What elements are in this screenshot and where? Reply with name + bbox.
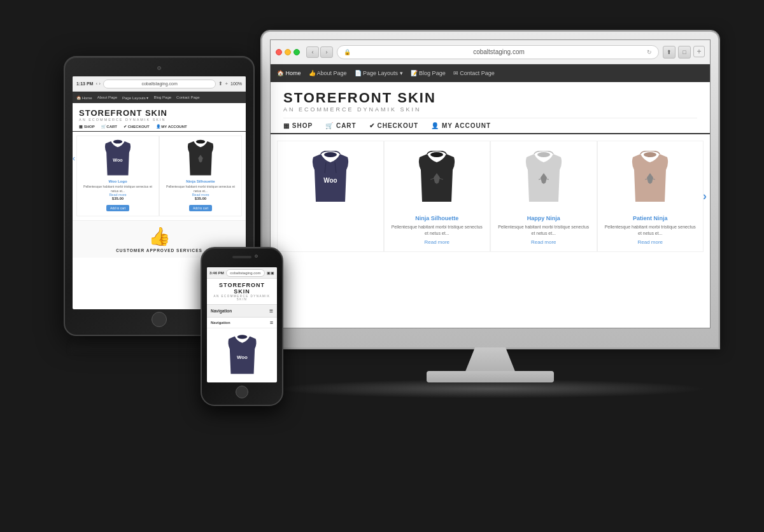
monitor: ‹ › 🔒 cobaltstaging.com ↻ ⬆ □ + — [261, 31, 719, 400]
tablet-top-nav-blog[interactable]: Blog Page — [153, 95, 171, 99]
phone-nav-bar-2: Navigation ≡ — [207, 318, 277, 328]
scene: ‹ › 🔒 cobaltstaging.com ↻ ⬆ □ + — [32, 18, 732, 514]
site-header: STOREFRONT SKIN AN ECOMMERCE DYNAMIK SKI… — [271, 82, 710, 134]
tablet-product-price-2: $35.00 — [162, 197, 239, 200]
product-read-more-3[interactable]: Read more — [496, 239, 591, 245]
phone-nav-bar-1: Navigation ≡ — [207, 305, 277, 318]
tablet-add-cart-1[interactable]: Add to cart — [106, 205, 129, 211]
tablet-product-image-1: Woo — [80, 140, 156, 178]
tablet-site-header: STOREFRONT SKIN AN ECOMMERCE DYNAMIK SKI… — [73, 103, 246, 132]
tablet-product-card-2: Ninja Silhouette Pellentesque habitant m… — [159, 136, 242, 216]
tablet-top-nav-contact[interactable]: Contact Page — [176, 95, 199, 99]
product-name-3: Happy Ninja — [496, 215, 591, 221]
tablet-top-nav-layouts[interactable]: Page Layouts ▾ — [122, 95, 148, 100]
phone-camera — [255, 255, 258, 258]
svg-point-9 — [196, 139, 205, 143]
top-nav-home[interactable]: 🏠 Home — [277, 70, 301, 76]
phone-time: 3:46 PM — [209, 271, 224, 275]
tablet-product-card-1: Woo Woo Logo Pellentesque habitant morbi… — [76, 136, 159, 216]
site-subtitle: AN ECOMMERCE DYNAMIK SKIN — [283, 106, 697, 113]
top-nav-about[interactable]: 👍 About Page — [309, 70, 347, 76]
close-button[interactable] — [276, 49, 282, 55]
products-grid: Woo — [271, 134, 710, 258]
svg-text:Woo: Woo — [113, 158, 123, 163]
product-card-2: Ninja Silhouette Pellentesque habitant m… — [384, 141, 491, 252]
thumbs-up-icon: 👍 — [78, 226, 241, 247]
tablet-home-button[interactable] — [152, 312, 167, 327]
tablet-site-top-nav: 🏠 Home About Page Page Layouts ▾ Blog Pa… — [73, 92, 246, 103]
tablet-top-nav-about[interactable]: About Page — [97, 95, 117, 99]
top-nav-contact[interactable]: ✉ Contact Page — [453, 70, 495, 76]
svg-point-4 — [430, 152, 443, 157]
phone-site-title: STOREFRONT SKIN — [211, 282, 273, 295]
url-bar[interactable]: 🔒 cobaltstaging.com ↻ — [337, 45, 659, 59]
tablet-nav-checkout[interactable]: ✔ CHECKOUT — [124, 124, 150, 129]
phone-status: ▣▣ — [267, 270, 274, 275]
tablet-nav-shop[interactable]: ▦ SHOP — [79, 124, 95, 129]
tablet-product-desc-1: Pellentesque habitant morbi tristique se… — [80, 185, 156, 193]
tablet-browser-chrome: 1:13 PM ‹ › cobaltstaging.com ⬆ + 100% — [73, 76, 246, 92]
nav-checkout[interactable]: ✔ CHECKOUT — [369, 122, 418, 129]
tablet-product-desc-2: Pellentesque habitant morbi tristique se… — [162, 185, 239, 193]
phone-nav-icon-2[interactable]: ≡ — [270, 319, 273, 326]
tablet-nav-cart[interactable]: 🛒 CART — [101, 124, 117, 129]
svg-point-6 — [644, 152, 656, 157]
maximize-button[interactable] — [294, 49, 300, 55]
forward-button[interactable]: › — [320, 46, 333, 58]
bookmark-button[interactable]: □ — [678, 46, 691, 59]
product-read-more-2[interactable]: Read more — [390, 239, 485, 245]
phone-site-logo: STOREFRONT SKIN AN ECOMMERCE DYNAMIK SKI… — [211, 282, 273, 301]
new-tab-button[interactable]: + — [693, 46, 705, 57]
tablet-nav-buttons: ‹ › — [96, 81, 100, 87]
tablet-share[interactable]: ⬆ — [218, 81, 223, 87]
product-name-4: Patient Ninja — [603, 215, 698, 221]
tablet-url-bar[interactable]: cobaltstaging.com — [103, 80, 216, 88]
monitor-screen: ‹ › 🔒 cobaltstaging.com ↻ ⬆ □ + — [270, 39, 711, 328]
site-main-nav: ▦ SHOP 🛒 CART ✔ CHECKOUT 👤 MY ACCOUNT — [283, 118, 697, 133]
top-nav-blog[interactable]: 📝 Blog Page — [411, 70, 446, 76]
site-top-nav: 🏠 Home 👍 About Page 📄 Page Layouts ▾ 📝 B… — [271, 64, 710, 82]
browser-actions: ⬆ □ + — [663, 46, 705, 59]
phone-product-area: Woo — [207, 328, 277, 382]
back-button[interactable]: ‹ — [306, 46, 319, 58]
phone-site-subtitle: AN ECOMMERCE DYNAMIK SKIN — [211, 295, 273, 301]
tablet-nav-account[interactable]: 👤 MY ACCOUNT — [156, 124, 187, 129]
tablet-site-title: STOREFRONT SKIN — [79, 108, 239, 118]
tablet-top-nav-home[interactable]: 🏠 Home — [76, 95, 92, 100]
svg-text:Woo: Woo — [323, 177, 337, 184]
tablet-products-grid: Woo Woo Logo Pellentesque habitant morbi… — [73, 132, 246, 220]
site-title: STOREFRONT SKIN — [283, 90, 697, 106]
tablet-product-image-2 — [162, 140, 239, 178]
phone-home-button[interactable] — [236, 386, 248, 398]
tablet-forward[interactable]: › — [99, 81, 101, 87]
share-button[interactable]: ⬆ — [663, 46, 676, 59]
product-desc-2: Pellentesque habitant morbi tristique se… — [390, 224, 485, 237]
product-card-1: Woo — [277, 141, 384, 252]
browser-chrome: ‹ › 🔒 cobaltstaging.com ↻ ⬆ □ + — [271, 40, 710, 64]
phone-url-bar[interactable]: cobaltstaging.com — [226, 269, 265, 277]
nav-shop[interactable]: ▦ SHOP — [283, 122, 313, 129]
traffic-lights — [276, 49, 300, 55]
tablet-add-cart-2[interactable]: Add to cart — [189, 205, 212, 211]
monitor-neck — [465, 347, 516, 373]
next-arrow[interactable]: › — [703, 190, 707, 203]
tablet-back[interactable]: ‹ — [96, 81, 97, 87]
tablet-add-tab[interactable]: + — [225, 81, 228, 87]
product-read-more-4[interactable]: Read more — [603, 239, 698, 245]
nav-account[interactable]: 👤 MY ACCOUNT — [431, 122, 491, 129]
product-name-2: Ninja Silhouette — [390, 215, 485, 221]
tablet-product-name-2: Ninja Silhouette — [162, 179, 239, 183]
svg-point-0 — [324, 152, 337, 157]
tablet-site-main-nav: ▦ SHOP 🛒 CART ✔ CHECKOUT 👤 MY ACCOUNT — [79, 122, 239, 131]
phone-site-header: STOREFRONT SKIN AN ECOMMERCE DYNAMIK SKI… — [207, 279, 277, 305]
product-image-4 — [603, 148, 698, 211]
tablet-prev-arrow[interactable]: ‹ — [73, 154, 75, 163]
phone-nav-label-1: Navigation — [211, 309, 232, 313]
tablet-site-logo: STOREFRONT SKIN AN ECOMMERCE DYNAMIK SKI… — [79, 108, 239, 122]
nav-cart[interactable]: 🛒 CART — [325, 122, 357, 129]
tablet-url-text: cobaltstaging.com — [141, 81, 177, 86]
phone-nav-icon-1[interactable]: ≡ — [269, 307, 273, 314]
top-nav-layouts[interactable]: 📄 Page Layouts ▾ — [355, 70, 403, 76]
minimize-button[interactable] — [285, 49, 291, 55]
tablet-product-name-1: Woo Logo — [80, 179, 156, 183]
